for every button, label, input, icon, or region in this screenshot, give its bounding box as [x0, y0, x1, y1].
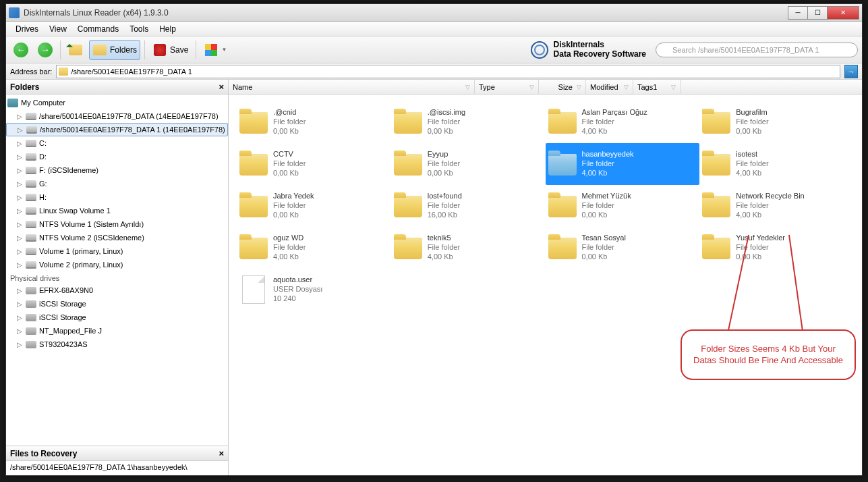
back-button[interactable]: ← [10, 40, 32, 60]
expand-icon[interactable]: ▷ [16, 221, 23, 228]
file-item[interactable]: aquota.userUSER Dosyası10 240 [237, 269, 391, 311]
harddisk-icon [26, 287, 36, 294]
expand-icon[interactable]: ▷ [16, 300, 23, 308]
col-tags1[interactable]: Tags1▽ [633, 80, 681, 94]
expand-icon[interactable]: ▷ [16, 180, 23, 188]
folder-item[interactable]: Jabra YedekFile folder0,00 Kb [237, 185, 391, 227]
folder-item[interactable]: hasanbeyyedekFile folder4,00 Kb [546, 143, 700, 185]
folder-item[interactable]: Yusuf YedeklerFile folder0,00 Kb [699, 227, 854, 269]
folder-item[interactable]: teknik5File folder4,00 Kb [391, 227, 546, 269]
expand-icon[interactable]: ▷ [16, 153, 23, 161]
close-panel-button[interactable]: × [219, 448, 224, 458]
up-button[interactable] [65, 40, 86, 60]
tree-item-drive[interactable]: ▷H: [6, 190, 228, 204]
folder-icon [702, 154, 730, 176]
folder-icon [394, 112, 422, 134]
col-size[interactable]: Size▽ [539, 80, 586, 94]
maximize-button[interactable]: ☐ [807, 6, 828, 20]
annotation-callout: Folder Sizes Seems 4 Kb But Your Datas S… [681, 329, 856, 380]
folder-item[interactable]: EyyupFile folder0,00 Kb [391, 143, 546, 185]
folder-icon [394, 154, 422, 176]
folder-item[interactable]: .@iscsi.imgFile folder0,00 Kb [391, 101, 546, 143]
folder-item[interactable]: Tesan SosyalFile folder0,00 Kb [546, 227, 700, 269]
tree-item-drive[interactable]: ▷Linux Swap Volume 1 [6, 204, 228, 217]
view-mode-button[interactable]: ▼ [200, 40, 230, 60]
expand-icon[interactable]: ▷ [16, 207, 23, 215]
tree-item-drive[interactable]: ▷/share/50014EE0AE197F78_DATA 1 (14EE0AE… [6, 123, 228, 136]
harddisk-icon [26, 341, 36, 348]
tree-item-physical[interactable]: ▷iSCSI Storage [6, 311, 228, 324]
folders-panel-header: Folders × [6, 80, 228, 95]
folder-icon [548, 238, 577, 259]
folder-icon [548, 154, 577, 176]
tree-item-physical[interactable]: ▷ST9320423AS [6, 338, 228, 351]
folder-icon [702, 196, 730, 217]
tree-item-drive[interactable]: ▷Volume 1 (primary, Linux) [6, 244, 228, 258]
minimize-button[interactable]: ─ [788, 6, 808, 20]
menu-drives[interactable]: Drives [10, 23, 44, 35]
expand-icon[interactable]: ▷ [16, 341, 23, 348]
titlebar[interactable]: DiskInternals Linux Reader (x64) 1.9.3.0… [6, 4, 862, 22]
expand-icon[interactable]: ▷ [16, 314, 23, 321]
col-name[interactable]: Name▽ [229, 80, 475, 94]
drive-icon [26, 167, 36, 174]
close-button[interactable]: ✕ [827, 6, 859, 20]
tree-item-drive[interactable]: ▷/share/50014EE0AE197F78_DATA (14EE0AE19… [6, 109, 228, 123]
go-button[interactable]: → [844, 65, 858, 78]
tree-item-drive[interactable]: ▷C: [6, 136, 228, 150]
expand-icon[interactable]: ▷ [16, 194, 23, 201]
folders-button[interactable]: Folders [89, 40, 140, 60]
tree-item-physical[interactable]: ▷iSCSI Storage [6, 297, 228, 311]
content-area[interactable]: .@cnidFile folder0,00 Kb.@iscsi.imgFile … [229, 95, 862, 475]
folder-item[interactable]: .@cnidFile folder0,00 Kb [237, 101, 391, 143]
save-button[interactable]: Save [149, 40, 192, 60]
menu-view[interactable]: View [44, 23, 72, 35]
folder-item[interactable]: lost+foundFile folder16,00 Kb [391, 185, 546, 227]
folder-item[interactable]: Network Recycle BinFile folder4,00 Kb [699, 185, 854, 227]
expand-icon[interactable]: ▷ [16, 167, 23, 174]
files-recovery-path: /share/50014EE0AE197F78_DATA 1\hasanbeyy… [6, 461, 228, 473]
expand-icon[interactable]: ▷ [16, 248, 23, 255]
tree-item-drive[interactable]: ▷NTFS Volume 1 (Sistem Ayrıldı) [6, 217, 228, 231]
column-headers: Name▽ Type▽ Size▽ Modified▽ Tags1▽ [229, 80, 862, 95]
drive-icon [26, 234, 36, 242]
folder-tree[interactable]: My Computer ▷/share/50014EE0AE197F78_DAT… [6, 95, 228, 446]
expand-icon[interactable]: ▷ [16, 113, 23, 120]
brand-text: DiskInternals Data Recovery Software [554, 41, 646, 58]
tree-item-drive[interactable]: ▷F: (iSCSIdeneme) [6, 163, 228, 177]
folder-item[interactable]: Mehmet YüzükFile folder0,00 Kb [546, 185, 700, 227]
tree-item-drive[interactable]: ▷G: [6, 177, 228, 190]
expand-icon[interactable]: ▷ [16, 140, 23, 147]
folder-item[interactable]: isotestFile folder4,00 Kb [699, 143, 854, 185]
tree-item-drive[interactable]: ▷NTFS Volume 2 (iSCSIdeneme) [6, 231, 228, 244]
menu-help[interactable]: Help [154, 23, 181, 35]
drive-icon [26, 248, 36, 255]
search-input[interactable] [656, 43, 858, 57]
expand-icon[interactable]: ▷ [16, 327, 23, 335]
expand-icon[interactable]: ▷ [16, 261, 23, 269]
expand-icon[interactable]: ▷ [16, 287, 23, 294]
tree-item-drive[interactable]: ▷D: [6, 150, 228, 163]
folder-item[interactable]: oguz WDFile folder4,00 Kb [237, 227, 391, 269]
expand-icon[interactable]: ▷ [16, 126, 24, 134]
harddisk-icon [26, 314, 36, 321]
forward-button[interactable]: → [34, 40, 56, 60]
tree-item-drive[interactable]: ▷Volume 2 (primary, Linux) [6, 258, 228, 271]
physical-drives-label: Physical drives [6, 271, 228, 284]
tree-item-physical[interactable]: ▷NT_Mapped_File J [6, 324, 228, 338]
tree-item-physical[interactable]: ▷EFRX-68AX9N0 [6, 284, 228, 297]
expand-icon[interactable]: ▷ [16, 234, 23, 242]
col-type[interactable]: Type▽ [475, 80, 539, 94]
drive-icon [26, 207, 36, 215]
close-panel-button[interactable]: × [219, 82, 224, 92]
drive-icon [26, 261, 36, 269]
tree-root[interactable]: My Computer [6, 96, 228, 109]
folder-item[interactable]: Aslan Parçası OğuzFile folder4,00 Kb [546, 101, 700, 143]
menu-commands[interactable]: Commands [72, 23, 124, 35]
folder-icon [59, 68, 68, 76]
folder-item[interactable]: CCTVFile folder0,00 Kb [237, 143, 391, 185]
menu-tools[interactable]: Tools [124, 23, 154, 35]
col-modified[interactable]: Modified▽ [586, 80, 633, 94]
folder-item[interactable]: BugrafilmFile folder0,00 Kb [699, 101, 854, 143]
address-input[interactable] [71, 68, 838, 76]
